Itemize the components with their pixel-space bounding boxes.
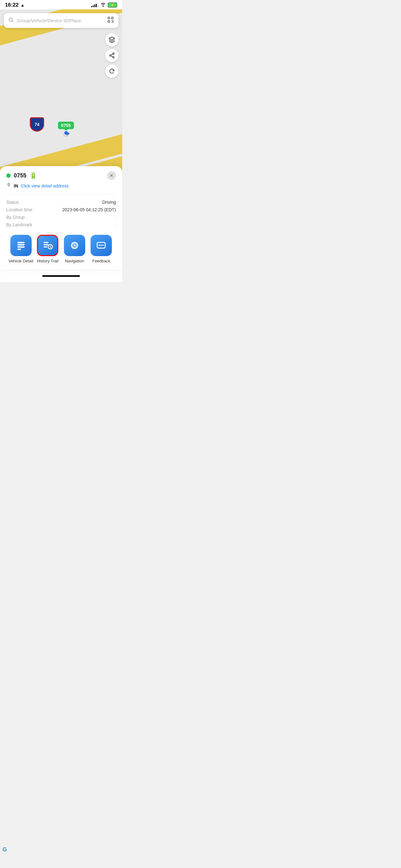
- svg-rect-2: [108, 17, 110, 19]
- vehicle-info-row: 0755 🔋: [6, 172, 37, 179]
- action-buttons-row: Vehicle Detail History Trail: [6, 235, 116, 263]
- history-trail-icon: [37, 235, 58, 256]
- signal-bar-2: [93, 5, 94, 7]
- highway-shield: 74: [30, 117, 44, 132]
- location-time-row: Location time 2023-06-05 04:12:25 (EDT): [6, 206, 116, 214]
- svg-line-11: [111, 56, 113, 57]
- battery-level-icon: 🔋: [29, 172, 37, 179]
- location-arrow-icon: ▲: [20, 3, 25, 7]
- location-in-label: IN: [14, 183, 18, 188]
- by-landmark-label: By Landmark: [6, 222, 32, 227]
- online-status-dot: [6, 173, 11, 178]
- vehicle-marker[interactable]: 0755: [58, 122, 74, 135]
- share-button[interactable]: [105, 49, 119, 62]
- by-group-row: By Group -: [6, 214, 116, 221]
- svg-line-12: [111, 54, 113, 55]
- status-time: 16:22 ▲: [5, 2, 25, 8]
- by-group-label: By Group: [6, 215, 25, 220]
- svg-point-22: [73, 244, 75, 246]
- home-bar: [42, 275, 80, 277]
- search-bar[interactable]: Group/Vehicle/Device ID/Place: [4, 13, 119, 28]
- status-value: Driving: [102, 200, 116, 205]
- location-time-value: 2023-06-05 04:12:25 (EDT): [62, 207, 116, 212]
- time-display: 16:22: [5, 2, 19, 8]
- vehicle-direction-arrow: [67, 132, 70, 135]
- svg-point-27: [102, 245, 104, 246]
- vehicle-detail-label: Vehicle Detail: [8, 258, 33, 263]
- history-trail-button[interactable]: History Trail: [34, 235, 61, 263]
- svg-rect-17: [44, 242, 49, 243]
- svg-rect-18: [44, 244, 49, 245]
- signal-bar-1: [91, 6, 92, 7]
- vehicle-detail-icon: [10, 235, 32, 256]
- navigation-icon: [64, 235, 85, 256]
- wifi-icon: [100, 2, 106, 8]
- feedback-label: Feedback: [92, 258, 110, 263]
- scan-icon[interactable]: [107, 16, 114, 25]
- by-group-value: -: [114, 215, 116, 220]
- svg-line-1: [12, 21, 13, 22]
- svg-rect-16: [17, 249, 21, 250]
- svg-point-10: [113, 56, 114, 58]
- location-row: IN Click view detail address: [6, 182, 116, 189]
- vehicle-detail-button[interactable]: Vehicle Detail: [7, 235, 34, 263]
- location-pin-icon: [6, 182, 11, 189]
- map-layers-button[interactable]: [105, 33, 119, 46]
- svg-rect-13: [17, 242, 25, 243]
- signal-bar-5: [97, 6, 98, 7]
- map-area: Group/Vehicle/Device ID/Place: [0, 9, 122, 173]
- svg-point-8: [113, 53, 114, 55]
- battery-indicator: ⚡: [108, 2, 117, 7]
- svg-rect-3: [111, 17, 113, 19]
- vehicle-label: 0755: [58, 122, 74, 129]
- location-time-label: Location time: [6, 207, 32, 212]
- svg-point-25: [99, 245, 100, 246]
- svg-rect-19: [44, 246, 47, 248]
- navigation-button[interactable]: Navigation: [61, 235, 88, 263]
- signal-bar-3: [94, 4, 95, 7]
- by-landmark-value: -: [114, 222, 116, 227]
- info-panel: 0755 🔋 ✕ IN Click view detail address St…: [0, 166, 122, 270]
- status-label: Status: [6, 200, 19, 205]
- signal-bar-4: [96, 4, 97, 7]
- panel-header: 0755 🔋 ✕: [6, 171, 116, 180]
- map-controls: [105, 33, 119, 78]
- history-trail-label: History Trail: [37, 258, 59, 263]
- svg-rect-14: [17, 244, 25, 245]
- svg-point-26: [101, 245, 102, 246]
- svg-rect-4: [108, 21, 110, 23]
- status-row: Status Driving: [6, 198, 116, 206]
- refresh-button[interactable]: [105, 65, 119, 78]
- battery-lightning-icon: ⚡: [110, 3, 115, 7]
- status-bar: 16:22 ▲ ⚡: [0, 0, 122, 9]
- highway-number: 74: [34, 122, 39, 127]
- home-indicator[interactable]: [0, 270, 122, 282]
- vehicle-id-label: 0755: [14, 173, 26, 179]
- svg-rect-15: [17, 246, 25, 248]
- search-placeholder-text: Group/Vehicle/Device ID/Place: [17, 18, 104, 23]
- svg-point-9: [110, 55, 111, 56]
- navigation-label: Navigation: [65, 258, 84, 263]
- search-icon: [8, 17, 14, 24]
- status-icons: ⚡: [91, 2, 117, 8]
- feedback-icon: [91, 235, 112, 256]
- feedback-button[interactable]: Feedback: [88, 235, 115, 263]
- divider-1: [5, 194, 117, 195]
- close-panel-button[interactable]: ✕: [107, 171, 116, 180]
- by-landmark-row: By Landmark -: [6, 221, 116, 228]
- view-detail-address-link[interactable]: Click view detail address: [21, 183, 69, 188]
- signal-bars: [91, 3, 98, 7]
